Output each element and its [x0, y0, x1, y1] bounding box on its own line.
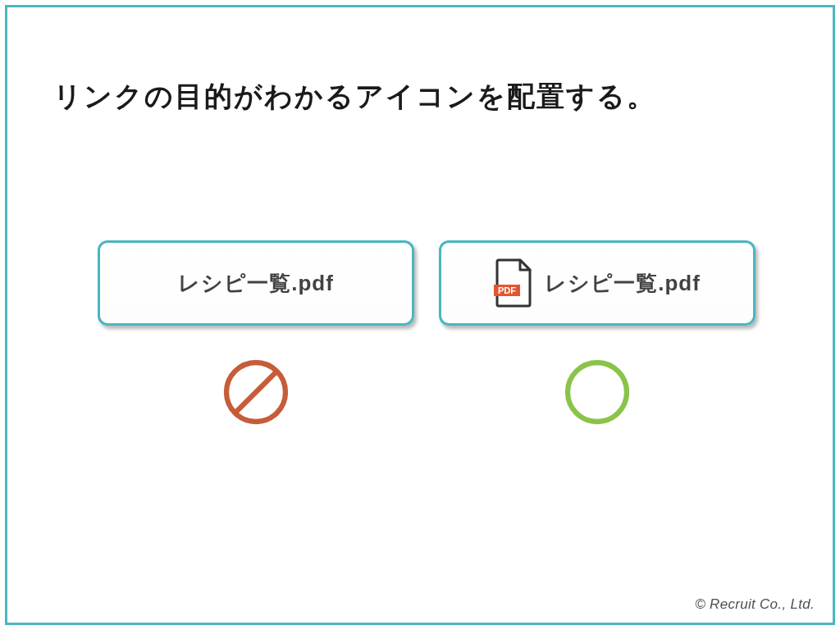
link-card-label: レシピ一覧.pdf	[178, 269, 334, 298]
pdf-badge-text: PDF	[498, 285, 516, 295]
link-card-without-icon[interactable]: レシピ一覧.pdf	[98, 240, 414, 326]
link-card-label: レシピ一覧.pdf	[545, 269, 701, 298]
svg-point-3	[568, 363, 627, 422]
svg-line-2	[236, 372, 276, 413]
approved-circle-icon	[560, 355, 634, 429]
pdf-file-icon: PDF	[494, 258, 533, 308]
slide-title: リンクの目的がわかるアイコンを配置する。	[53, 78, 656, 116]
copyright-footer: © Recruit Co., Ltd.	[695, 596, 815, 613]
slide-frame: リンクの目的がわかるアイコンを配置する。 レシピ一覧.pdf PDF レシピ一覧…	[5, 5, 835, 625]
link-card-with-icon[interactable]: PDF レシピ一覧.pdf	[439, 240, 756, 326]
prohibited-icon	[219, 355, 293, 429]
